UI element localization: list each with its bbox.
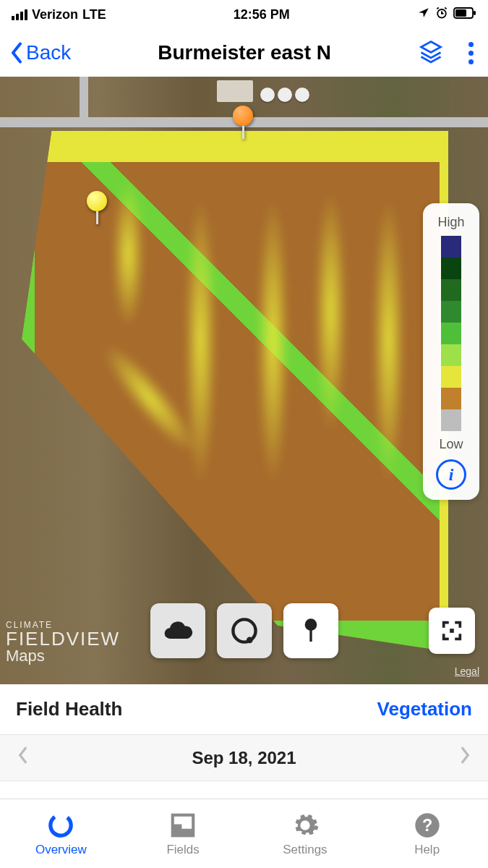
map-view[interactable]: High Low i CLIMATE FIELDVIEW Maps Legal [0,77,488,684]
circle-icon [228,615,260,647]
pin-icon [296,616,325,645]
heatmap-legend: High Low i [423,203,479,500]
svg-point-9 [46,811,75,840]
tab-label: Settings [283,843,327,857]
section-header: Field Health Vegetation [0,684,488,735]
info-button[interactable]: i [436,459,466,490]
tab-fields[interactable]: Fields [122,799,244,868]
tab-bar: Overview Fields Settings ? Help [0,799,488,868]
legend-high-label: High [437,215,464,230]
current-date[interactable]: Sep 18, 2021 [192,748,296,768]
page-title: Burmeister east N [158,41,331,64]
svg-rect-8 [450,629,454,633]
carrier-label: Verizon [32,7,78,22]
clock-label: 12:56 PM [234,7,290,22]
fields-icon [169,811,197,840]
circle-tool-button[interactable] [217,603,272,658]
legal-link[interactable]: Legal [455,665,479,677]
svg-text:?: ? [422,816,432,835]
date-selector: Sep 18, 2021 [0,735,488,781]
overview-icon [46,811,75,840]
map-attribution: CLIMATE FIELDVIEW Maps [6,621,120,664]
back-label: Back [26,41,71,64]
tab-overview[interactable]: Overview [0,799,122,868]
location-icon [417,7,430,23]
more-button[interactable] [463,36,479,70]
battery-icon [453,7,476,22]
legend-low-label: Low [439,437,463,452]
svg-point-6 [304,618,317,631]
vegetation-selector[interactable]: Vegetation [377,698,472,720]
tab-help[interactable]: ? Help [366,799,488,868]
svg-rect-2 [455,9,466,17]
fullscreen-button[interactable] [429,608,475,654]
back-button[interactable]: Back [9,41,71,64]
alarm-icon [435,6,449,24]
cloud-layer-button[interactable] [150,603,205,658]
map-pin-orange[interactable] [233,106,253,136]
gear-icon [291,811,320,840]
next-date-button[interactable] [459,746,472,770]
prev-date-button[interactable] [16,746,29,770]
map-provider: Maps [6,647,45,665]
layers-button[interactable] [418,38,444,67]
fullscreen-icon [440,618,464,643]
legend-scale [441,236,461,431]
tab-label: Help [414,843,440,857]
pin-tool-button[interactable] [283,603,338,658]
network-label: LTE [82,7,106,22]
map-pin-yellow[interactable] [87,191,107,221]
status-bar: Verizon LTE 12:56 PM [0,0,488,29]
svg-point-5 [246,637,252,643]
nav-bar: Back Burmeister east N [0,29,488,77]
signal-icon [12,9,27,20]
tab-label: Fields [166,843,199,857]
attribution-product: FIELDVIEW [6,629,120,648]
cloud-icon [162,615,194,647]
tab-settings[interactable]: Settings [244,799,367,868]
svg-rect-7 [309,629,312,642]
svg-rect-3 [474,11,476,15]
help-icon: ? [413,811,442,840]
tab-label: Overview [35,843,87,857]
road [80,77,88,127]
section-title: Field Health [16,698,122,720]
